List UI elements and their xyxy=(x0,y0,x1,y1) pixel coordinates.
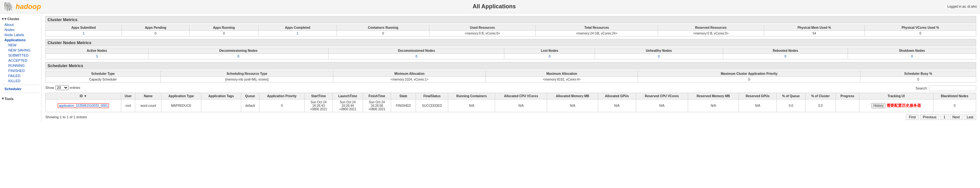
tools-label: Tools xyxy=(5,97,14,101)
th-user[interactable]: User xyxy=(121,93,135,100)
th-pct-cluster[interactable]: % of Cluster xyxy=(805,93,835,100)
th-tracking-ui[interactable]: Tracking UI xyxy=(859,93,933,100)
cell-finish-time: Sun Oct 2416:26:58+0800 2021 xyxy=(363,100,391,112)
cell-name: word count xyxy=(135,100,161,112)
sidebar-item-about[interactable]: About xyxy=(2,22,39,27)
th-running-containers[interactable]: Running Containers xyxy=(448,93,495,100)
main-layout: ▾ ▾ Cluster About Nodes Node Labels Appl… xyxy=(0,13,980,122)
th-alloc-cpu[interactable]: Allocated CPU VCores xyxy=(495,93,547,100)
cell-tracking-ui: History 需要配置历史服务器 xyxy=(859,100,933,112)
th-name[interactable]: Name xyxy=(135,93,161,100)
previous-page-button[interactable]: Previous xyxy=(920,114,940,120)
cluster-section[interactable]: ▾ ▾ Cluster xyxy=(2,16,39,22)
sidebar-divider2 xyxy=(2,93,39,93)
col-apps-submitted: Apps Submitted xyxy=(46,25,122,31)
cell-queue: default xyxy=(241,100,259,112)
search-input[interactable] xyxy=(929,85,976,91)
th-priority[interactable]: Application Priority xyxy=(259,93,305,100)
logged-in-text: Logged in as: dr.who xyxy=(947,5,977,8)
th-reserved-cpu[interactable]: Reserved CPU VCores xyxy=(636,93,688,100)
showing-text: Showing 1 to 1 of 1 entries xyxy=(45,115,87,119)
sidebar-item-new-saving[interactable]: NEW SAVING xyxy=(6,48,39,53)
cell-alloc-mem: N/A xyxy=(547,100,598,112)
sidebar-item-scheduler[interactable]: Scheduler xyxy=(2,86,39,92)
scheduler-metrics-row: Capacity Scheduler [memory-mb (unit=Mi),… xyxy=(46,77,976,82)
th-alloc-gpus[interactable]: Allocated GPUs xyxy=(598,93,636,100)
col-shutdown-nodes: Shutdown Nodes xyxy=(848,48,976,54)
col-min-allocation: Minimum Allocation xyxy=(333,71,485,77)
cell-app-tags xyxy=(201,100,241,112)
th-alloc-mem[interactable]: Allocated Memory MB xyxy=(547,93,598,100)
col-apps-completed: Apps Completed xyxy=(258,25,337,31)
sidebar-divider xyxy=(2,85,39,85)
page-title: All Applications xyxy=(41,3,947,10)
th-state[interactable]: State xyxy=(391,93,416,100)
val-apps-completed: 1 xyxy=(258,31,337,37)
sidebar-item-finished[interactable]: FINISHED xyxy=(6,68,39,73)
th-app-type[interactable]: Application Type xyxy=(161,93,201,100)
val-total-resources: <memory:24 GB, vCores:24> xyxy=(535,31,658,37)
first-page-button[interactable]: First xyxy=(906,114,918,120)
cell-blacklisted: 0 xyxy=(933,100,976,112)
val-apps-pending: 0 xyxy=(121,31,189,37)
col-scheduler-busy: Scheduler Busy % xyxy=(861,71,976,77)
last-page-button[interactable]: Last xyxy=(964,114,976,120)
th-queue[interactable]: Queue xyxy=(241,93,259,100)
val-scheduler-busy: 0 xyxy=(861,77,976,82)
sidebar-item-new[interactable]: NEW xyxy=(6,43,39,48)
col-containers-running: Containers Running xyxy=(337,25,430,31)
sidebar-item-killed[interactable]: KILLED xyxy=(6,78,39,84)
sidebar-item-nodes[interactable]: Nodes xyxy=(2,27,39,32)
col-unhealthy-nodes: Unhealthy Nodes xyxy=(595,48,723,54)
next-page-button[interactable]: Next xyxy=(950,114,963,120)
history-button[interactable]: History xyxy=(871,103,886,108)
col-phys-vcores: Physical VCores Used % xyxy=(864,25,976,31)
col-phys-mem: Physical Mem Used % xyxy=(764,25,865,31)
applications-submenu: NEW NEW SAVING SUBMITTED ACCEPTED RUNNIN… xyxy=(2,43,39,84)
page-1-button[interactable]: 1 xyxy=(940,114,948,120)
col-apps-pending: Apps Pending xyxy=(121,25,189,31)
th-finish-time[interactable]: FinishTime xyxy=(363,93,391,100)
sidebar-item-submitted[interactable]: SUBMITTED xyxy=(6,53,39,58)
show-entries: Show 10 20 50 100 entries xyxy=(45,85,80,90)
val-lost-nodes: 0 xyxy=(504,54,595,59)
cell-reserved-mem: N/A xyxy=(688,100,739,112)
col-apps-running: Apps Running xyxy=(189,25,258,31)
cluster-nodes-title: Cluster Nodes Metrics xyxy=(45,39,976,47)
val-used-resources: <memory:0 B, vCores:0> xyxy=(430,31,535,37)
val-unhealthy-nodes: 0 xyxy=(595,54,723,59)
cell-start-time: Sun Oct 2416:26:43+0800 2021 xyxy=(305,100,333,112)
sidebar-item-failed[interactable]: FAILED xyxy=(6,73,39,78)
th-reserved-gpus[interactable]: Reserved GPUs xyxy=(739,93,776,100)
col-decommissioned-nodes: Decommissioned Nodes xyxy=(329,48,504,54)
scheduler-metrics-title: Scheduler Metrics xyxy=(45,62,976,69)
val-phys-mem: 54 xyxy=(764,31,865,37)
th-reserved-mem[interactable]: Reserved Memory MB xyxy=(688,93,739,100)
th-final-status[interactable]: FinalStatus xyxy=(416,93,448,100)
sidebar: ▾ ▾ Cluster About Nodes Node Labels Appl… xyxy=(0,13,41,122)
val-shutdown-nodes: 0 xyxy=(848,54,976,59)
entries-select[interactable]: 10 20 50 100 xyxy=(56,85,68,90)
sidebar-item-applications[interactable]: Applications xyxy=(2,37,39,43)
col-used-resources: Used Resources xyxy=(430,25,535,31)
sidebar-item-node-labels[interactable]: Node Labels xyxy=(2,32,39,37)
cluster-nodes-row: 3 0 0 0 0 0 0 xyxy=(46,54,976,59)
show-label: Show xyxy=(45,86,54,90)
th-launch-time[interactable]: LaunchTime xyxy=(332,93,363,100)
tools-section[interactable]: ▾ Tools xyxy=(2,96,39,102)
th-pct-queue[interactable]: % of Queue xyxy=(776,93,805,100)
th-progress[interactable]: Progress xyxy=(835,93,859,100)
logo-area: 🐘 hadoop xyxy=(3,1,41,12)
val-apps-submitted: 1 xyxy=(46,31,122,37)
top-bar: 🐘 hadoop All Applications Logged in as: … xyxy=(0,0,980,13)
th-start-time[interactable]: StartTime xyxy=(305,93,333,100)
th-app-tags[interactable]: Application Tags xyxy=(201,93,241,100)
th-id[interactable]: ID ▼ xyxy=(46,93,121,100)
sidebar-item-running[interactable]: RUNNING xyxy=(6,63,39,68)
scheduler-metrics-table: Scheduler Type Scheduling Resource Type … xyxy=(45,71,976,82)
sidebar-item-accepted[interactable]: ACCEPTED xyxy=(6,58,39,63)
th-blacklisted[interactable]: Blacklisted Nodes xyxy=(933,93,976,100)
app-id-link[interactable]: application_1635061510033_0001 xyxy=(58,103,108,108)
cell-state: FINISHED xyxy=(391,100,416,112)
cluster-metrics-table: Apps Submitted Apps Pending Apps Running… xyxy=(45,25,976,37)
